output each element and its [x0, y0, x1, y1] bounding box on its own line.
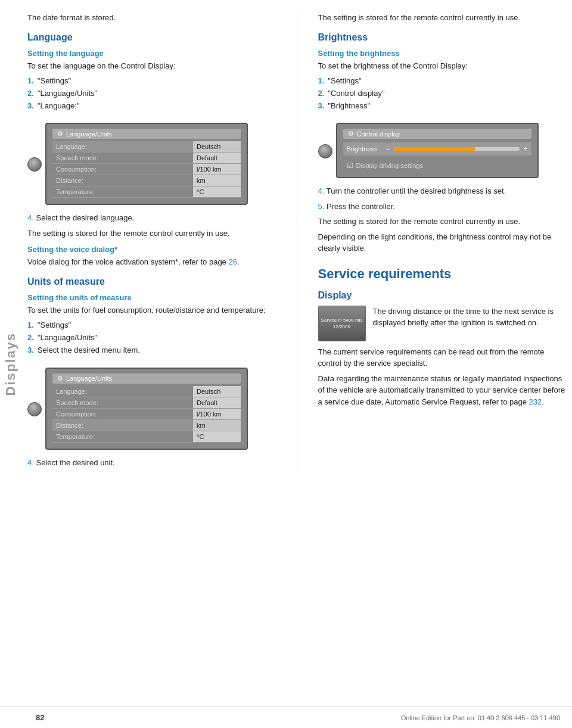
screen-title-bar: ⚙ Control display [343, 129, 531, 139]
screen-title: Language/Units [66, 130, 112, 138]
row-label: Temperature: [52, 431, 193, 442]
brightness-slider-row: Brightness − + [343, 142, 531, 155]
screen-title: Language/Units [66, 375, 112, 382]
footer-text: Online Edition for Part no. 01 40 2 606 … [401, 714, 560, 721]
language-screen: ⚙ Language/Units Language: Deutsch Speec… [45, 123, 248, 205]
brightness-steps-list: 1."Settings" 2."Control display" 3."Brig… [318, 75, 567, 112]
step-text: "Language:" [38, 101, 80, 110]
language-screen-container: ⚙ Language/Units Language: Deutsch Speec… [27, 117, 276, 212]
step-text: "Settings" [38, 76, 71, 85]
arrow-control [27, 157, 42, 172]
screen-title-bar: ⚙ Language/Units [52, 129, 241, 139]
step-text: "Settings" [38, 321, 71, 329]
setting-brightness-intro: To set the brightness of the Control Dis… [318, 60, 567, 72]
table-row: Temperature: °C [52, 186, 241, 198]
gear-icon: ⚙ [57, 375, 63, 382]
brightness-step-2: 2."Control display" [318, 88, 567, 100]
page-ref-232[interactable]: 232 [529, 397, 542, 406]
step-text: "Language/Units" [38, 89, 97, 98]
right-column: The setting is stored for the remote con… [318, 12, 567, 472]
main-content: The date format is stored. Language Sett… [27, 0, 566, 496]
display-settings-label: Display driving settings [356, 162, 424, 169]
service-req-heading: Service requirements [318, 266, 567, 282]
checkbox-icon: ☑ [347, 161, 353, 170]
brightness-step-3: 3."Brightness" [318, 100, 567, 113]
units-screen: ⚙ Language/Units Language: Deutsch Speec… [45, 368, 248, 450]
row-value: km [193, 419, 241, 431]
units-step-3: 3.Select the desired menu item. [27, 344, 276, 357]
setting-brightness-heading: Setting the brightness [318, 49, 567, 58]
units-table: Language: Deutsch Speech mode: Default C… [52, 386, 241, 443]
row-label: Language: [52, 386, 193, 397]
step-text: Select the desired menu item. [38, 346, 140, 354]
row-value: l/100 km [193, 408, 241, 419]
table-row: Consumption: l/100 km [52, 408, 241, 419]
step-num: 2. [27, 89, 34, 98]
language-step4: 4. Select the desired language. [27, 212, 276, 224]
stored-text: The setting is stored for the remote con… [318, 12, 567, 24]
row-value: Default [193, 153, 241, 164]
row-label: Language: [52, 141, 193, 153]
table-row: Distance: km [52, 175, 241, 186]
row-value: °C [193, 431, 241, 442]
service-desc3: Data regarding the maintenance status or… [318, 373, 567, 408]
table-row: Speech mode: Default [52, 153, 241, 164]
units-screen-container: ⚙ Language/Units Language: Deutsch Speec… [27, 362, 276, 457]
minus-icon: − [386, 145, 390, 153]
units-heading: Units of measure [27, 276, 276, 287]
table-row: Consumption: l/100 km [52, 164, 241, 175]
voice-dialog-text: Voice dialog for the voice activation sy… [27, 256, 276, 268]
brightness-slider [394, 147, 520, 151]
column-divider [297, 12, 297, 472]
gear-icon: ⚙ [57, 130, 63, 138]
row-value: Deutsch [193, 141, 241, 153]
page-ref-26[interactable]: 26 [228, 257, 237, 266]
arrow-control [318, 144, 332, 158]
step-num: 3. [27, 346, 34, 354]
row-label: Speech mode: [52, 153, 193, 164]
gear-icon: ⚙ [348, 130, 354, 138]
row-value: °C [193, 186, 241, 198]
setting-language-intro: To set the language on the Control Displ… [27, 60, 276, 72]
table-row: Language: Deutsch [52, 141, 241, 153]
arrow-control [27, 402, 42, 416]
step-text: "Language/Units" [38, 333, 97, 342]
service-desc1: The driving distance or the time to the … [373, 306, 567, 329]
language-table: Language: Deutsch Speech mode: Default C… [52, 141, 241, 198]
step-num: 2. [27, 333, 34, 342]
table-row: Temperature: °C [52, 431, 241, 442]
thumbnail-line2: 12/2009 [333, 324, 350, 329]
brightness-note: Depending on the light conditions, the b… [318, 231, 567, 254]
voice-dialog-heading: Setting the voice dialog* [27, 245, 276, 254]
language-step-3: 3."Language:" [27, 100, 276, 113]
step-num: 1. [27, 76, 34, 85]
row-value: km [193, 175, 241, 186]
units-step-2: 2."Language/Units" [27, 332, 276, 344]
service-desc2: The current service requirements can be … [318, 346, 567, 369]
display-heading: Display [318, 290, 567, 301]
step-text: "Brightness" [328, 101, 370, 110]
row-label: Distance: [52, 175, 193, 186]
units-step-1: 1."Settings" [27, 319, 276, 332]
service-info-row: Service in 5400 mls 12/2009 The driving … [318, 306, 567, 341]
step-num: 1. [27, 321, 34, 329]
step-num: 3. [27, 101, 34, 110]
setting-language-heading: Setting the language [27, 49, 276, 58]
table-row: Speech mode: Default [52, 397, 241, 408]
brightness-label: Brightness [347, 145, 383, 153]
left-column: The date format is stored. Language Sett… [27, 12, 276, 472]
step-text: "Control display" [328, 89, 384, 98]
units-step4: 4. Select the desired unit. [27, 457, 276, 469]
row-label: Speech mode: [52, 397, 193, 408]
row-label: Consumption: [52, 164, 193, 175]
brightness-screen: ⚙ Control display Brightness − + ☑ Displ… [336, 123, 539, 178]
service-thumbnail: Service in 5400 mls 12/2009 [318, 306, 366, 341]
units-steps-list: 1."Settings" 2."Language/Units" 3.Select… [27, 319, 276, 356]
brightness-step5: 5. Press the controller. [318, 201, 567, 213]
brightness-fill [394, 147, 476, 151]
step-text: "Settings" [328, 76, 361, 85]
screen-title-bar: ⚙ Language/Units [52, 374, 241, 384]
brightness-stored: The setting is stored for the remote con… [318, 216, 567, 228]
step-num: 1. [318, 76, 325, 85]
brightness-heading: Brightness [318, 32, 567, 43]
